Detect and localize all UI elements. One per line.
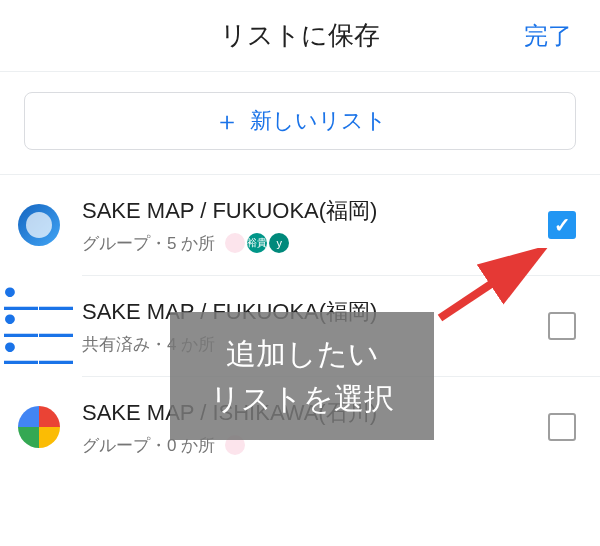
list-row-title: SAKE MAP / ISHIKAWA(石川)	[82, 398, 548, 428]
list-avatar-icon	[18, 204, 60, 246]
list-row-title: SAKE MAP / FUKUOKA(福岡)	[82, 297, 548, 327]
new-list-section: ＋ 新しいリスト	[0, 72, 600, 175]
list-row-content: SAKE MAP / FUKUOKA(福岡) 共有済み・4 か所	[82, 297, 548, 356]
list-row-subtitle: 共有済み・4 か所	[82, 333, 548, 356]
done-button[interactable]: 完了	[524, 20, 572, 52]
list-row-title: SAKE MAP / FUKUOKA(福岡)	[82, 196, 548, 226]
maps-list-icon	[18, 406, 60, 448]
collaborator-avatars: 裕貴 y	[225, 233, 289, 253]
list-row[interactable]: SAKE MAP / FUKUOKA(福岡) グループ・5 か所 裕貴 y	[0, 175, 600, 275]
dialog-title: リストに保存	[220, 18, 380, 53]
collaborator-avatars	[225, 435, 245, 455]
new-list-label: 新しいリスト	[250, 106, 387, 136]
new-list-button[interactable]: ＋ 新しいリスト	[24, 92, 576, 150]
plus-icon: ＋	[214, 108, 240, 134]
list-checkbox[interactable]	[548, 413, 576, 441]
list-row-subtitle: グループ・0 か所	[82, 434, 548, 457]
shared-list-icon: •——•——•——	[18, 305, 60, 347]
list-row[interactable]: •——•——•—— SAKE MAP / FUKUOKA(福岡) 共有済み・4 …	[0, 276, 600, 376]
list-checkbox[interactable]	[548, 312, 576, 340]
list-row-content: SAKE MAP / FUKUOKA(福岡) グループ・5 か所 裕貴 y	[82, 196, 548, 255]
list-row[interactable]: SAKE MAP / ISHIKAWA(石川) グループ・0 か所	[0, 377, 600, 477]
list-row-subtitle: グループ・5 か所 裕貴 y	[82, 232, 548, 255]
collaborator-avatar	[225, 233, 245, 253]
collaborator-avatar: y	[269, 233, 289, 253]
saved-lists: SAKE MAP / FUKUOKA(福岡) グループ・5 か所 裕貴 y •—…	[0, 175, 600, 477]
list-row-content: SAKE MAP / ISHIKAWA(石川) グループ・0 か所	[82, 398, 548, 457]
collaborator-avatar	[225, 435, 245, 455]
dialog-header: リストに保存 完了	[0, 0, 600, 72]
collaborator-avatar: 裕貴	[247, 233, 267, 253]
list-checkbox[interactable]	[548, 211, 576, 239]
